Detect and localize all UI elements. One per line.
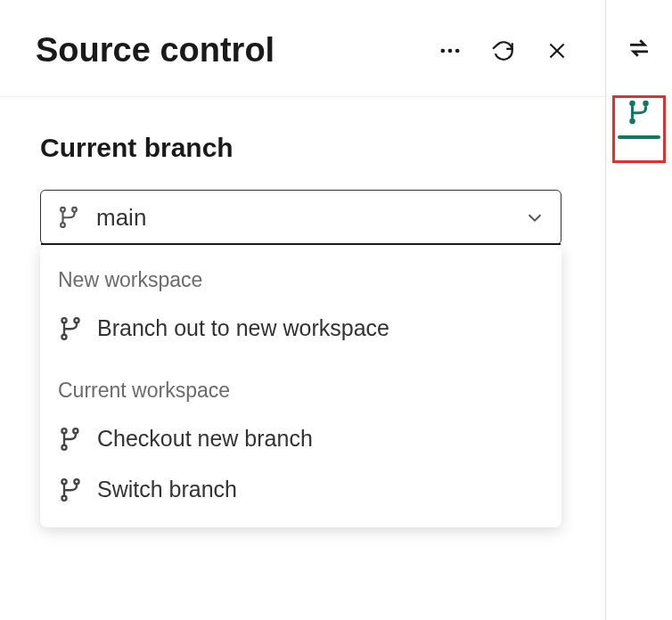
panel-content: Current branch main New workspace (0, 97, 605, 527)
svg-point-18 (643, 101, 649, 107)
dropdown-item-label: Branch out to new workspace (97, 315, 389, 341)
branch-new-icon (58, 427, 83, 452)
svg-point-19 (629, 118, 635, 125)
active-tab-underline (618, 135, 660, 139)
svg-point-7 (61, 223, 65, 227)
dropdown-item-label: Switch branch (97, 477, 237, 502)
svg-point-15 (74, 479, 78, 484)
dropdown-item-branch-out[interactable]: Branch out to new workspace (40, 303, 561, 354)
page-title: Source control (36, 31, 438, 69)
svg-point-11 (61, 428, 66, 433)
dropdown-item-label: Checkout new branch (97, 426, 313, 452)
dropdown-spacer (40, 354, 561, 371)
header-actions (438, 38, 570, 63)
right-rail (606, 0, 672, 620)
svg-point-9 (74, 318, 78, 322)
svg-point-16 (61, 495, 66, 500)
branch-icon (57, 206, 80, 229)
svg-point-1 (448, 48, 453, 53)
current-branch-label: Current branch (40, 133, 570, 163)
svg-point-13 (73, 428, 78, 433)
svg-point-2 (455, 48, 460, 53)
svg-point-12 (61, 445, 66, 449)
chevron-down-icon (525, 208, 545, 227)
source-control-panel: Source control (0, 0, 606, 620)
svg-point-14 (61, 479, 66, 484)
svg-point-17 (629, 101, 635, 107)
branch-selector[interactable]: main (40, 190, 561, 245)
sync-icon[interactable] (625, 34, 653, 62)
branch-dropdown: New workspace Branch out to new workspac… (40, 245, 561, 527)
branch-icon (58, 316, 83, 341)
dropdown-section-current-workspace: Current workspace (40, 371, 561, 413)
dropdown-section-new-workspace: New workspace (40, 261, 561, 303)
dropdown-item-switch-branch[interactable]: Switch branch (40, 464, 561, 515)
svg-point-0 (441, 48, 446, 53)
svg-point-8 (61, 318, 66, 322)
svg-point-10 (61, 334, 66, 339)
svg-point-5 (61, 208, 65, 212)
svg-point-6 (72, 208, 77, 212)
panel-header: Source control (0, 0, 605, 97)
refresh-icon[interactable] (491, 38, 516, 63)
branch-icon (58, 477, 83, 502)
close-icon[interactable] (545, 38, 570, 63)
source-control-tab-icon[interactable] (625, 98, 653, 126)
more-icon[interactable] (438, 38, 463, 63)
selected-branch-value: main (96, 204, 525, 232)
dropdown-item-checkout-new[interactable]: Checkout new branch (40, 413, 561, 464)
